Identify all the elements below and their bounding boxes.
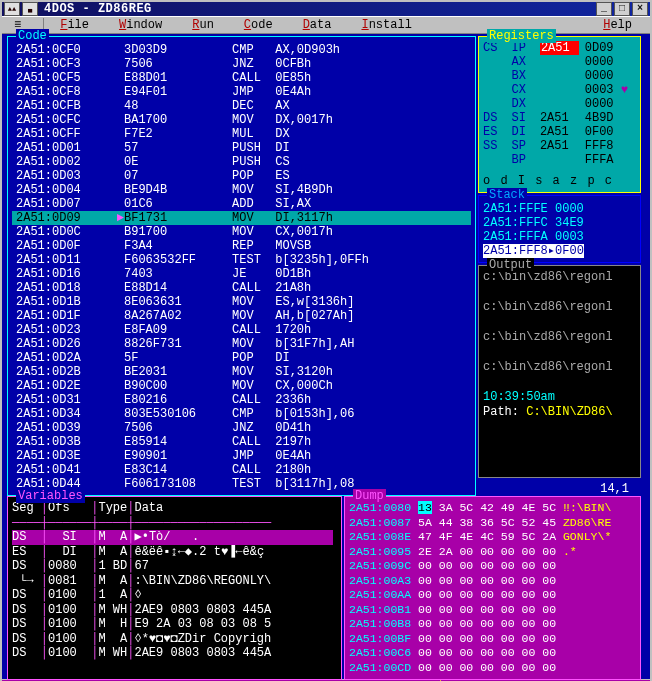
code-line[interactable]: 2A51:0D2A 5F POP DI	[12, 351, 471, 365]
menu-window[interactable]: Window	[107, 16, 180, 34]
code-line[interactable]: 2A51:0D0F F3A4 REP MOVSB	[12, 239, 471, 253]
menu-run[interactable]: Run	[180, 16, 232, 34]
dump-title: Dump	[353, 489, 386, 503]
output-line	[483, 285, 636, 300]
menu-install[interactable]: Install	[349, 16, 429, 34]
dump-panel[interactable]: Dump 2A51:0080 13 3A 5C 42 49 4E 5C ‼:\B…	[344, 496, 641, 680]
code-line[interactable]: 2A51:0D1F 8A267A02 MOV AH,b[027Ah]	[12, 309, 471, 323]
registers-panel[interactable]: Registers CSIP2A510D09AX0000BX0000CX0003…	[478, 36, 641, 193]
dump-line[interactable]: 2A51:0080 13 3A 5C 42 49 4E 5C ‼:\BIN\	[349, 501, 636, 516]
main-window: ▲▲ ▄ 4DOS - ZD86REG _ □ × ≡ FileWindowRu…	[0, 0, 652, 681]
output-title: Output	[487, 258, 534, 272]
code-line[interactable]: 2A51:0D3E E90901 JMP 0E4Ah	[12, 449, 471, 463]
flags-row: o d I s a z p c	[483, 171, 636, 188]
output-line	[483, 345, 636, 360]
output-line	[483, 315, 636, 330]
dump-line[interactable]: 2A51:00B1 00 00 00 00 00 00 00	[349, 603, 636, 618]
output-line: c:\bin\zd86\regonl	[483, 270, 636, 285]
code-line[interactable]: 2A51:0D2B BE2031 MOV SI,3120h	[12, 365, 471, 379]
stack-title: Stack	[487, 188, 527, 202]
stack-line: 2A51:FFF8▸0F00	[483, 244, 636, 258]
minimize-button[interactable]: _	[596, 2, 612, 16]
variable-row[interactable]: DS │ SI │M A│▶•Tò/ .	[12, 530, 337, 545]
variable-row[interactable]: └→ │0081 │M A│:\BIN\ZD86\REGONLY\	[12, 574, 337, 589]
variable-row[interactable]: DS │0100 │M WH│2AE9 0803 0803 445A	[12, 646, 337, 661]
variables-header: Seg │Ofs │Type│Data	[12, 501, 337, 516]
output-path: Path: C:\BIN\ZD86\	[483, 405, 636, 420]
code-line[interactable]: 2A51:0D26 8826F731 MOV b[31F7h],AH	[12, 337, 471, 351]
code-line[interactable]: 2A51:0CFC BA1700 MOV DX,0017h	[12, 113, 471, 127]
dump-line[interactable]: 2A51:00AA 00 00 00 00 00 00 00	[349, 588, 636, 603]
variable-row[interactable]: DS │0080 │1 BD│67	[12, 559, 337, 574]
code-panel[interactable]: Code 2A51:0CF0 3D03D9 CMP AX,0D903h2A51:…	[7, 36, 476, 496]
output-line: c:\bin\zd86\regonl	[483, 300, 636, 315]
variable-row[interactable]: DS │0100 │1 A│◊	[12, 588, 337, 603]
dump-line[interactable]: 2A51:009C 00 00 00 00 00 00 00	[349, 559, 636, 574]
window-title: 4DOS - ZD86REG	[44, 2, 596, 16]
code-line[interactable]: 2A51:0D11 F6063532FF TEST b[3235h],0FFh	[12, 253, 471, 267]
dump-line[interactable]: 2A51:00B8 00 00 00 00 00 00 00	[349, 617, 636, 632]
dump-line[interactable]: 2A51:00A3 00 00 00 00 00 00 00	[349, 574, 636, 589]
app-icon-1: ▲▲	[4, 2, 20, 16]
stack-line: 2A51:FFFE 0000	[483, 202, 636, 216]
menu-code[interactable]: Code	[232, 16, 291, 34]
code-panel-title: Code	[16, 29, 49, 43]
code-line[interactable]: 2A51:0D1B 8E063631 MOV ES,w[3136h]	[12, 295, 471, 309]
heart-icon: ♥	[614, 83, 628, 97]
code-line[interactable]: 2A51:0D3B E85914 CALL 2197h	[12, 435, 471, 449]
code-line[interactable]: 2A51:0CFF F7E2 MUL DX	[12, 127, 471, 141]
code-line[interactable]: 2A51:0CFB 48 DEC AX	[12, 99, 471, 113]
output-line	[483, 375, 636, 390]
output-time: 10:39:50am	[483, 390, 636, 405]
titlebar[interactable]: ▲▲ ▄ 4DOS - ZD86REG _ □ ×	[2, 2, 650, 16]
code-line[interactable]: 2A51:0D2E B90C00 MOV CX,000Ch	[12, 379, 471, 393]
menu-data[interactable]: Data	[291, 16, 350, 34]
code-line[interactable]: 2A51:0D04 BE9D4B MOV SI,4B9Dh	[12, 183, 471, 197]
position-indicator: 14,1	[478, 480, 641, 496]
menu-help[interactable]: Help	[591, 16, 650, 34]
stack-line: 2A51:FFFC 34E9	[483, 216, 636, 230]
maximize-button[interactable]: □	[614, 2, 630, 16]
registers-title: Registers	[487, 29, 556, 43]
dump-line[interactable]: 2A51:0095 2E 2A 00 00 00 00 00 .*	[349, 545, 636, 560]
variable-row[interactable]: DS │0100 │M WH│2AE9 0803 0803 445A	[12, 603, 337, 618]
variable-row[interactable]: ES │ DI │M A│ê&ëê▪↨←◆.2 t♥▐←ê&ç	[12, 545, 337, 560]
code-line[interactable]: 2A51:0CF3 7506 JNZ 0CFBh	[12, 57, 471, 71]
menu-file[interactable]: File	[48, 16, 107, 34]
stack-panel[interactable]: Stack 2A51:FFFE 00002A51:FFFC 34E92A51:F…	[478, 195, 641, 263]
dump-line[interactable]: 2A51:00C6 00 00 00 00 00 00 00	[349, 646, 636, 661]
dump-line[interactable]: 2A51:00CD 00 00 00 00 00 00 00	[349, 661, 636, 676]
code-line[interactable]: 2A51:0D16 7403 JE 0D1Bh	[12, 267, 471, 281]
code-line[interactable]: 2A51:0D34 803E530106 CMP b[0153h],06	[12, 407, 471, 421]
stack-line: 2A51:FFFA 0003	[483, 230, 636, 244]
code-line[interactable]: 2A51:0D39 7506 JNZ 0D41h	[12, 421, 471, 435]
close-button[interactable]: ×	[632, 2, 648, 16]
variable-row[interactable]: DS │0100 │M A│◊*♥◘♥◘ZDir Copyrigh	[12, 632, 337, 647]
variable-row[interactable]: DS │0100 │M H│E9 2A 03 08 03 08 5	[12, 617, 337, 632]
code-line[interactable]: 2A51:0D02 0E PUSH CS	[12, 155, 471, 169]
dump-line[interactable]: 2A51:0087 5A 44 38 36 5C 52 45 ZD86\RE	[349, 516, 636, 531]
code-line[interactable]: 2A51:0D03 07 POP ES	[12, 169, 471, 183]
code-line[interactable]: 2A51:0D31 E80216 CALL 2336h	[12, 393, 471, 407]
variables-title: Variables	[16, 489, 85, 503]
code-line[interactable]: 2A51:0D0C B91700 MOV CX,0017h	[12, 225, 471, 239]
code-line[interactable]: 2A51:0D01 57 PUSH DI	[12, 141, 471, 155]
code-line[interactable]: 2A51:0D23 E8FA09 CALL 1720h	[12, 323, 471, 337]
output-line: c:\bin\zd86\regonl	[483, 360, 636, 375]
dump-line[interactable]: 2A51:00BF 00 00 00 00 00 00 00	[349, 632, 636, 647]
code-line[interactable]: 2A51:0D07 01C6 ADD SI,AX	[12, 197, 471, 211]
code-line[interactable]: 2A51:0D09 ►BF1731 MOV DI,3117h	[12, 211, 471, 225]
code-line[interactable]: 2A51:0CF0 3D03D9 CMP AX,0D903h	[12, 43, 471, 57]
variables-panel[interactable]: Variables Seg │Ofs │Type│Data────┼──────…	[7, 496, 342, 680]
output-panel[interactable]: Output c:\bin\zd86\regonl c:\bin\zd86\re…	[478, 265, 641, 478]
app-icon-2: ▄	[22, 2, 38, 16]
output-line: c:\bin\zd86\regonl	[483, 330, 636, 345]
code-line[interactable]: 2A51:0D18 E88D14 CALL 21A8h	[12, 281, 471, 295]
dump-line[interactable]: 2A51:008E 47 4F 4E 4C 59 5C 2A GONLY\*	[349, 530, 636, 545]
code-line[interactable]: 2A51:0D41 E83C14 CALL 2180h	[12, 463, 471, 477]
code-line[interactable]: 2A51:0CF5 E88D01 CALL 0E85h	[12, 71, 471, 85]
code-line[interactable]: 2A51:0CF8 E94F01 JMP 0E4Ah	[12, 85, 471, 99]
